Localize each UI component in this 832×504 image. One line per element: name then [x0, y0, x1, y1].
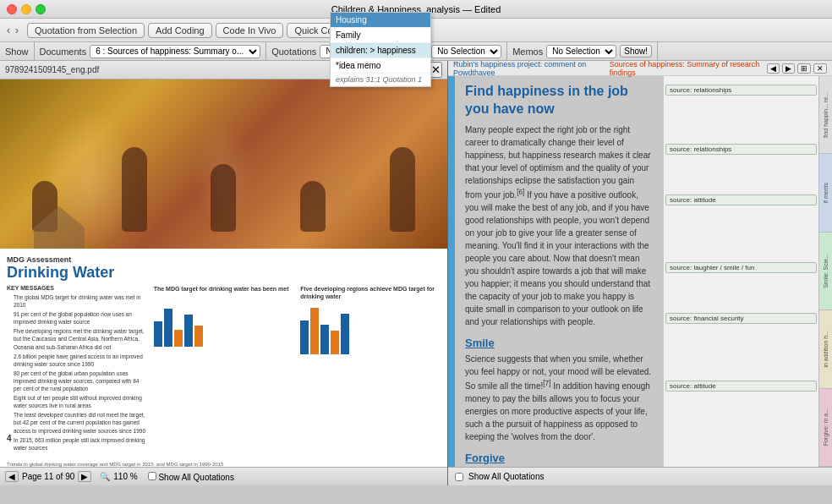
strip-label-3: Smile: Scie... — [823, 254, 829, 288]
source-block-3: source: attitude — [665, 194, 817, 205]
prev-page-button[interactable]: ◀ — [5, 471, 19, 482]
minimize-window-button[interactable] — [21, 4, 31, 14]
memos-select[interactable]: No Selection — [546, 45, 616, 58]
close-window-button[interactable] — [7, 4, 17, 14]
maximize-window-button[interactable] — [36, 4, 46, 14]
show-all-quotations-right-label: Show All Quotations — [468, 472, 545, 481]
breadcrumb-link[interactable]: Sources of happiness: Summary of researc… — [610, 61, 767, 77]
source-block-1: source: relationships — [665, 85, 817, 96]
quotation-item-children[interactable]: children: > happiness — [331, 43, 430, 58]
key-messages-list: The global MDG target for drinking water… — [7, 293, 147, 452]
source-block-2: source: relationships — [665, 144, 817, 155]
mdg-subtitle: MDG Assessment — [7, 255, 441, 264]
source-text-6: source: attitude — [665, 381, 817, 392]
show-button[interactable]: Show! — [620, 45, 652, 58]
bar-c2-2 — [310, 308, 319, 354]
source-block-6: source: attitude — [665, 381, 817, 392]
section1-heading: Find happiness in the job you have now — [465, 83, 653, 118]
strip-3[interactable]: Smile: Scie... — [819, 233, 832, 310]
quotation-item-housing[interactable]: Housing — [331, 13, 430, 28]
pdf-page: MDG Assessment Drinking Water KEY MESSAG… — [0, 79, 447, 467]
forward-button[interactable]: › — [14, 25, 20, 36]
strip-label-5: Forgive: in a... — [823, 408, 829, 446]
bar-3 — [174, 330, 183, 347]
documents-select[interactable]: 6 : Sources of happiness: Summary o... — [90, 45, 260, 58]
strip-4[interactable]: in addition h... — [819, 310, 832, 388]
bar-2 — [164, 309, 172, 347]
show-all-quotations-checkbox-wrapper: Show All Quotations — [148, 472, 234, 482]
key-message-2: 91 per cent of the global population now… — [7, 310, 147, 326]
chart1: The MDG target for drinking water has be… — [154, 285, 294, 453]
article-expand-button[interactable]: ⊞ — [797, 63, 811, 74]
main-area: 9789241509145_eng.pdf ◀ ▶ ⊞ ✕ — [0, 61, 832, 485]
pdf-image — [0, 79, 447, 249]
zoom-icon: 🔍 — [100, 472, 110, 481]
show-section: Show — [0, 42, 35, 60]
quotations-panel: Housing Family children: > happiness *id… — [330, 12, 431, 87]
source-text-5: source: financial security — [665, 313, 817, 324]
pdf-close-button[interactable]: ✕ — [430, 62, 442, 78]
codes-select[interactable]: No Selection — [431, 45, 501, 58]
pdf-caption: Trends in global drinking water coverage… — [0, 460, 447, 467]
show-all-quotations-label: Show All Quotations — [158, 473, 234, 482]
traffic-lights — [7, 4, 46, 14]
key-message-3: Five developing regions met the drinking… — [7, 327, 147, 350]
chart2-title: Five developing regions achieve MDG targ… — [300, 285, 441, 300]
strip-5[interactable]: Forgive: in a... — [819, 389, 832, 467]
source-text-4: source: laughter / smile / fun — [665, 262, 817, 273]
pdf-page-label: Page 11 of 90 — [22, 472, 74, 481]
back-button[interactable]: ‹ — [5, 25, 12, 36]
annotations-panel: source: relationships source: relationsh… — [663, 76, 832, 467]
code-in-vivo-button[interactable]: Code In Vivo — [216, 23, 284, 38]
bar-1 — [154, 321, 162, 347]
add-coding-button[interactable]: Add Coding — [148, 23, 212, 38]
section3-heading: Forgive — [465, 452, 653, 464]
article-content[interactable]: Find happiness in the job you have now M… — [455, 76, 663, 467]
section1-body: Many people expect the right job or the … — [465, 123, 653, 328]
quotations-label: Quotations — [271, 47, 316, 57]
quotation-item-explains[interactable]: explains 31:1 Quotation 1 — [331, 74, 430, 86]
pdf-filename: 9789241509145_eng.pdf — [5, 65, 99, 74]
key-message-7: The least developed countries did not me… — [7, 411, 147, 434]
source-annotations: source: relationships source: relationsh… — [664, 76, 832, 467]
key-message-1: The global MDG target for drinking water… — [7, 293, 147, 309]
quotation-from-selection-button[interactable]: Quotation from Selection — [27, 23, 145, 38]
key-message-5: 80 per cent of the global urban populati… — [7, 370, 147, 392]
article-next-button[interactable]: ▶ — [782, 63, 795, 74]
page-number: 4 — [7, 434, 12, 443]
bar-c2-1 — [300, 320, 309, 354]
right-content-wrapper: Rubin's happiness project: comment on Po… — [448, 61, 832, 485]
breadcrumb-left[interactable]: Rubin's happiness project: comment on Po… — [453, 61, 610, 77]
article-body-wrapper: Find happiness in the job you have now M… — [448, 76, 832, 467]
key-message-6: Eight out of ten people still without im… — [7, 394, 147, 409]
quotation-item-family[interactable]: Family — [331, 28, 430, 43]
bar-4 — [184, 315, 193, 347]
strip-2[interactable]: if merits — [819, 154, 832, 232]
bar-c2-5 — [341, 314, 349, 354]
silhouette-3 — [211, 164, 236, 232]
memos-section: Memos No Selection Show! — [507, 42, 658, 60]
bar-chart-2 — [300, 304, 441, 354]
right-vertical-strips: find happin... re... if merits Smile: Sc… — [818, 76, 832, 467]
bar-c2-4 — [331, 331, 339, 354]
article-close-button[interactable]: ✕ — [813, 63, 827, 74]
strip-1[interactable]: find happin... re... — [819, 76, 832, 154]
article-top-bar: Rubin's happiness project: comment on Po… — [448, 61, 832, 76]
show-label: Show — [5, 47, 29, 57]
bar-c2-3 — [320, 325, 329, 354]
key-message-4: 2.6 billion people have gained access to… — [7, 353, 147, 368]
show-all-quotations-checkbox[interactable] — [148, 472, 156, 480]
article-bottom-bar: Show All Quotations — [448, 467, 832, 485]
documents-label: Documents — [40, 47, 87, 57]
strip-label-4: in addition h... — [823, 331, 829, 368]
show-all-quotations-right-checkbox[interactable] — [455, 473, 463, 481]
strip-label-1: find happin... re... — [823, 92, 829, 138]
next-page-button[interactable]: ▶ — [78, 471, 91, 482]
panel-indicator — [448, 76, 455, 467]
pdf-content[interactable]: MDG Assessment Drinking Water KEY MESSAG… — [0, 79, 447, 467]
source-block-4: source: laughter / smile / fun — [665, 262, 817, 273]
quotation-item-idea-memo[interactable]: *idea memo — [331, 58, 430, 74]
article-prev-button[interactable]: ◀ — [767, 63, 780, 74]
memos-label: Memos — [512, 47, 543, 57]
article-controls: ◀ ▶ ⊞ ✕ — [767, 63, 827, 74]
